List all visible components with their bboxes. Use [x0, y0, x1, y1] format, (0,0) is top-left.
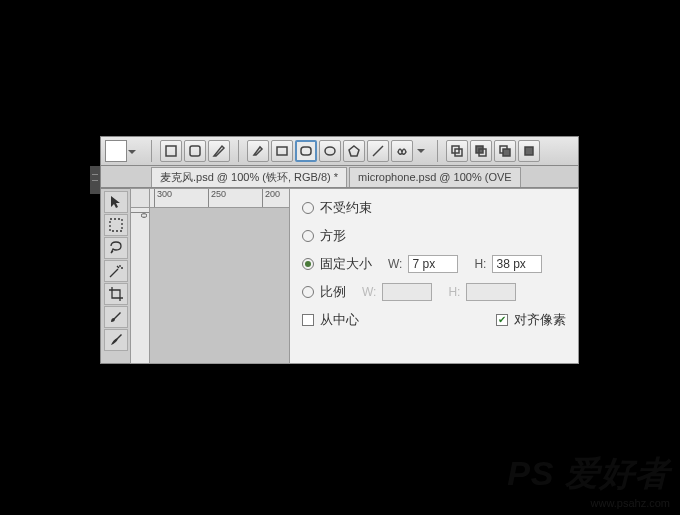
polygon-tool-icon[interactable]	[343, 140, 365, 162]
label-align-pixels: 对齐像素	[514, 311, 566, 329]
brush-tool-icon[interactable]	[104, 306, 128, 328]
pen2-icon[interactable]	[247, 140, 269, 162]
roundrect-tool-icon[interactable]	[295, 140, 317, 162]
height-label-disabled: H:	[448, 285, 460, 299]
combine-exclude-icon[interactable]	[446, 140, 468, 162]
combine-add-icon[interactable]	[518, 140, 540, 162]
line-tool-icon[interactable]	[367, 140, 389, 162]
radio-square[interactable]	[302, 230, 314, 242]
marquee-tool-icon[interactable]	[104, 214, 128, 236]
ellipse-tool-icon[interactable]	[319, 140, 341, 162]
fill-swatch[interactable]	[105, 140, 127, 162]
svg-rect-11	[503, 149, 510, 156]
watermark-url: www.psahz.com	[507, 497, 670, 509]
shape-options-dropdown-icon[interactable]	[417, 149, 425, 157]
width-label: W:	[388, 257, 402, 271]
svg-rect-1	[190, 146, 200, 156]
svg-rect-3	[301, 147, 311, 155]
rect-tool-icon[interactable]	[271, 140, 293, 162]
radio-fixed-size[interactable]	[302, 258, 314, 270]
width-input[interactable]: 7 px	[408, 255, 458, 273]
svg-marker-5	[349, 146, 359, 156]
check-from-center[interactable]	[302, 314, 314, 326]
shape-roundrect-icon[interactable]	[184, 140, 206, 162]
radio-unconstrained[interactable]	[302, 202, 314, 214]
svg-rect-0	[166, 146, 176, 156]
check-align-pixels[interactable]	[496, 314, 508, 326]
tab-document-2[interactable]: microphone.psd @ 100% (OVE	[349, 167, 521, 187]
combine-intersect-icon[interactable]	[494, 140, 516, 162]
svg-rect-13	[110, 219, 122, 231]
radio-proportional[interactable]	[302, 286, 314, 298]
toolbox	[100, 188, 130, 364]
watermark-logo: PS 爱好者	[507, 451, 670, 497]
combine-subtract-icon[interactable]	[470, 140, 492, 162]
width-input-disabled	[382, 283, 432, 301]
watermark: PS 爱好者 www.psahz.com	[507, 451, 670, 509]
ruler-vertical: 0	[130, 208, 150, 364]
document-tabs: 麦克风.psd @ 100% (铁环, RGB/8) * microphone.…	[100, 166, 579, 188]
height-label: H:	[474, 257, 486, 271]
svg-rect-2	[277, 147, 287, 155]
document-area: 300 250 200 0	[130, 188, 290, 364]
custom-shape-icon[interactable]	[391, 140, 413, 162]
canvas[interactable]	[150, 208, 290, 364]
height-input-disabled	[466, 283, 516, 301]
photoshop-window: 麦克风.psd @ 100% (铁环, RGB/8) * microphone.…	[100, 136, 579, 364]
label-from-center: 从中心	[320, 311, 359, 329]
magicwand-tool-icon[interactable]	[104, 260, 128, 282]
width-label-disabled: W:	[362, 285, 376, 299]
shape-rect-icon[interactable]	[160, 140, 182, 162]
options-bar	[100, 136, 579, 166]
move-tool-icon[interactable]	[104, 191, 128, 213]
ruler-horizontal: 300 250 200	[150, 188, 290, 208]
ruler-corner	[130, 188, 150, 208]
height-input[interactable]: 38 px	[492, 255, 542, 273]
shape-options-popup: 不受约束 方形 固定大小 W: 7 px H: 38 px 比例 W: H:	[290, 188, 579, 364]
label-unconstrained: 不受约束	[320, 199, 372, 217]
toolbox-grip[interactable]	[90, 166, 100, 194]
lasso-tool-icon[interactable]	[104, 237, 128, 259]
svg-rect-12	[525, 147, 533, 155]
tab-document-1[interactable]: 麦克风.psd @ 100% (铁环, RGB/8) *	[151, 167, 347, 187]
svg-point-4	[325, 147, 335, 155]
crop-tool-icon[interactable]	[104, 283, 128, 305]
label-proportional: 比例	[320, 283, 346, 301]
brush2-tool-icon[interactable]	[104, 329, 128, 351]
label-fixed-size: 固定大小	[320, 255, 372, 273]
pen-icon[interactable]	[208, 140, 230, 162]
label-square: 方形	[320, 227, 346, 245]
